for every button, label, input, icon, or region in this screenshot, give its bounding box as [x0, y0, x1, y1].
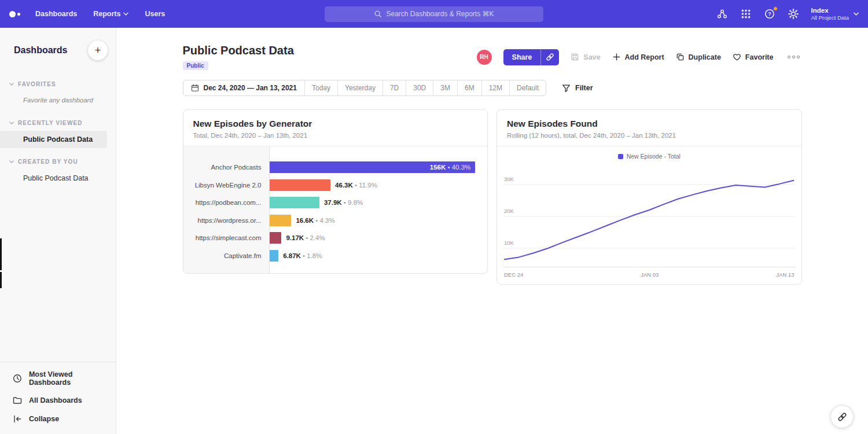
add-dashboard-button[interactable]: +	[88, 41, 108, 60]
bar-value-label: 9.17K • 2.4%	[286, 234, 325, 241]
bar-row: Captivate.fm6.87K • 1.8%	[183, 247, 488, 265]
preset-3m[interactable]: 3M	[433, 80, 457, 95]
report-card-new-episodes-found[interactable]: New Episodes Found Rolling (12 hours), t…	[496, 109, 802, 285]
all-dashboards-button[interactable]: All Dashboards	[0, 391, 116, 410]
calendar-icon	[191, 84, 199, 92]
sidebar-item-public-podcast-data[interactable]: Public Podcast Data	[0, 131, 107, 148]
app-logo[interactable]	[9, 11, 20, 17]
filter-funnel-icon	[562, 84, 571, 93]
bar-row: Libsyn WebEngine 2.046.3K • 11.9%	[183, 176, 488, 194]
bar[interactable]	[270, 215, 292, 226]
integrations-icon[interactable]	[716, 8, 728, 20]
bar[interactable]	[270, 197, 319, 208]
bar-track: 156K • 40.3%	[269, 161, 488, 173]
share-button[interactable]: Share	[503, 49, 541, 65]
help-icon[interactable]: ?	[764, 8, 775, 20]
share-split-button: Share	[503, 49, 560, 65]
x-tick: DEC 24	[504, 271, 523, 278]
save-button[interactable]: Save	[571, 53, 600, 61]
preset-7d[interactable]: 7D	[382, 80, 406, 95]
footer-label: All Dashboards	[29, 396, 82, 404]
preset-6m[interactable]: 6M	[457, 80, 481, 95]
bar-value-label: 6.87K • 1.8%	[283, 252, 322, 259]
bar-chart: Anchor Podcasts156K • 40.3%Libsyn WebEng…	[183, 146, 488, 273]
card-title: New Episodes by Generator	[193, 119, 478, 129]
date-range-picker[interactable]: Dec 24, 2020 — Jan 13, 2021	[183, 80, 304, 95]
bar-category-label: Captivate.fm	[183, 252, 269, 259]
bar-track: 46.3K • 11.9%	[269, 179, 488, 191]
sidebar: Dashboards + FAVORITES Favorite any dash…	[0, 28, 116, 434]
link-icon	[546, 53, 554, 61]
collapse-sidebar-button[interactable]: Collapse	[0, 410, 116, 428]
add-report-button[interactable]: Add Report	[612, 53, 664, 61]
search-bar[interactable]: Search Dashboards & Reports ⌘K	[325, 6, 543, 22]
nav-users[interactable]: Users	[145, 10, 165, 18]
bar-category-label: Libsyn WebEngine 2.0	[183, 182, 269, 189]
nav-reports[interactable]: Reports	[93, 10, 128, 18]
bar[interactable]	[270, 179, 331, 191]
favorite-button[interactable]: Favorite	[733, 53, 774, 61]
search-icon	[374, 10, 382, 18]
bar-chart-rows: Anchor Podcasts156K • 40.3%Libsyn WebEng…	[183, 159, 488, 264]
collapse-icon	[13, 414, 22, 424]
section-header-created-by-you[interactable]: CREATED BY YOU	[0, 154, 116, 170]
chart-legend[interactable]: New Episode - Total	[497, 146, 801, 161]
section-header-favorites[interactable]: FAVORITES	[0, 76, 116, 92]
favorites-empty-text: Favorite any dashboard	[0, 92, 116, 109]
report-cards: New Episodes by Generator Total, Dec 24t…	[183, 109, 802, 285]
svg-text:?: ?	[768, 10, 771, 17]
preset-30d[interactable]: 30D	[406, 80, 433, 95]
nav-dashboards[interactable]: Dashboards	[35, 10, 77, 18]
bar-value-label: 156K • 40.3%	[430, 164, 476, 171]
card-subtitle: Total, Dec 24th, 2020 – Jan 13th, 2021	[193, 132, 478, 139]
most-viewed-dashboards-button[interactable]: Most Viewed Dashboards	[0, 366, 116, 391]
date-range-group: Dec 24, 2020 — Jan 13, 2021 TodayYesterd…	[183, 80, 547, 96]
bar[interactable]	[270, 232, 282, 244]
bar-row: https://wordpress.or...16.6K • 4.3%	[183, 212, 488, 230]
sidebar-section-created-by-you: CREATED BY YOU Public Podcast Data	[0, 154, 116, 187]
more-options-button[interactable]	[785, 53, 802, 61]
apps-grid-icon[interactable]	[740, 8, 752, 20]
bar-value-label: 16.6K • 4.3%	[296, 217, 334, 224]
favorite-label: Favorite	[745, 53, 774, 61]
most-viewed-icon	[13, 374, 22, 383]
card-subtitle: Rolling (12 hours), total, Dec 24th, 202…	[507, 132, 792, 139]
project-subtitle: All Project Data	[811, 14, 849, 21]
public-badge: Public	[183, 61, 208, 70]
top-nav: Dashboards Reports Users Search Dashboar…	[0, 0, 868, 28]
bar-value-label: 37.9K • 9.8%	[324, 199, 363, 206]
avatar[interactable]: RH	[477, 50, 492, 65]
bar-row: https://simplecast.com9.17K • 2.4%	[183, 229, 488, 247]
bar-category-label: https://wordpress.or...	[183, 217, 269, 224]
project-switcher[interactable]: Index All Project Data	[811, 7, 859, 21]
filter-button[interactable]: Filter	[562, 84, 593, 93]
main-content: Public Podcast Data Public RH Share Save	[116, 28, 868, 434]
chevron-down-icon	[9, 122, 14, 124]
chevron-down-icon	[854, 12, 859, 16]
bar-track: 6.87K • 1.8%	[269, 250, 488, 262]
duplicate-button[interactable]: Duplicate	[676, 53, 721, 61]
footer-label: Collapse	[29, 415, 59, 423]
chevron-down-icon	[9, 83, 14, 86]
sidebar-section-recently-viewed: RECENTLY VIEWED Public Podcast Data	[0, 115, 116, 148]
bar[interactable]: 156K • 40.3%	[270, 161, 476, 173]
report-card-new-episodes-by-generator[interactable]: New Episodes by Generator Total, Dec 24t…	[183, 109, 488, 274]
copy-link-fab[interactable]	[830, 405, 854, 428]
preset-12m[interactable]: 12M	[481, 80, 509, 95]
line-series[interactable]	[505, 181, 794, 260]
header-actions: RH Share Save Add Report Dupl	[477, 49, 802, 65]
bar-track: 16.6K • 4.3%	[269, 215, 488, 226]
section-header-recently-viewed[interactable]: RECENTLY VIEWED	[0, 115, 116, 131]
settings-gear-icon[interactable]	[788, 8, 799, 20]
sidebar-item-public-podcast-data[interactable]: Public Podcast Data	[0, 170, 107, 187]
preset-today[interactable]: Today	[304, 80, 337, 95]
folder-icon	[13, 396, 22, 405]
preset-yesterday[interactable]: Yesterday	[337, 80, 382, 95]
share-link-button[interactable]	[540, 49, 559, 65]
bar-category-label: Anchor Podcasts	[183, 164, 269, 171]
y-tick: 30K	[504, 176, 514, 182]
bar[interactable]	[270, 250, 279, 262]
screen-edge-artifact	[0, 238, 2, 270]
copy-icon	[676, 53, 685, 61]
preset-default[interactable]: Default	[509, 80, 546, 95]
